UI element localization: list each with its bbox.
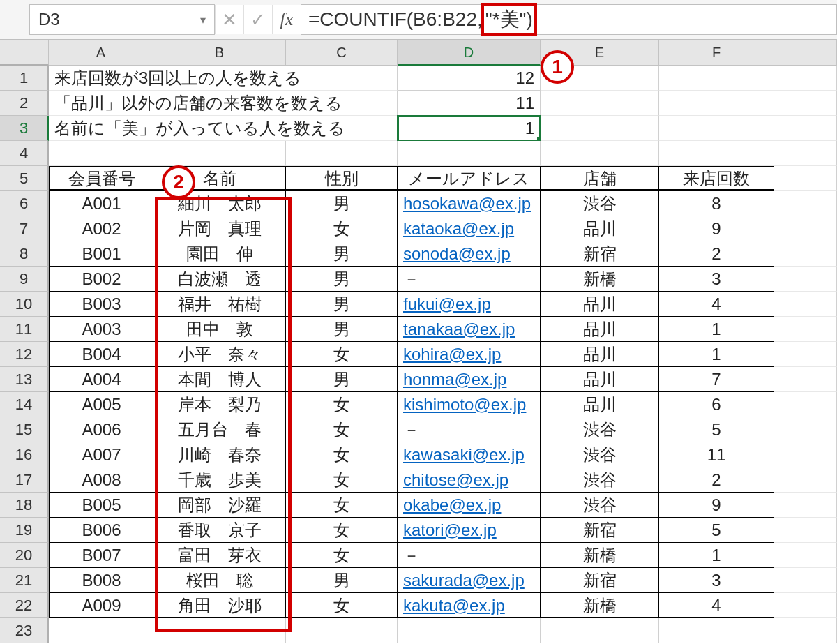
- table-row[interactable]: A001: [49, 191, 153, 216]
- cell-F3[interactable]: [659, 116, 774, 141]
- row-header-5[interactable]: 5: [0, 166, 49, 191]
- cell-count[interactable]: 5: [659, 518, 774, 543]
- row-header-23[interactable]: 23: [0, 618, 49, 643]
- cell-count[interactable]: 7: [659, 367, 774, 392]
- table-row[interactable]: A005: [49, 392, 153, 417]
- table-header-3[interactable]: メールアドレス: [398, 166, 541, 191]
- cell-G6[interactable]: [774, 191, 837, 216]
- cell-sex[interactable]: 男: [286, 241, 398, 267]
- cell-r4-3[interactable]: [398, 141, 541, 166]
- cell-F1[interactable]: [659, 66, 774, 91]
- cell-mail[interactable]: fukui@ex.jp: [398, 292, 541, 317]
- cell-count[interactable]: 9: [659, 493, 774, 518]
- cell-r23-6[interactable]: [774, 618, 837, 643]
- mail-link[interactable]: kohira@ex.jp: [403, 345, 501, 364]
- row-header-10[interactable]: 10: [0, 292, 49, 317]
- chevron-down-icon[interactable]: ▾: [200, 13, 206, 27]
- cell-name[interactable]: 白波瀬 透: [153, 267, 286, 292]
- cell-count[interactable]: 9: [659, 216, 774, 241]
- mail-link[interactable]: okabe@ex.jp: [403, 495, 501, 515]
- table-row[interactable]: A003: [49, 317, 153, 342]
- cell-count[interactable]: 6: [659, 392, 774, 417]
- cell-r23-1[interactable]: [153, 618, 286, 643]
- cell-G1[interactable]: [774, 66, 837, 91]
- col-header-C[interactable]: C: [286, 40, 398, 66]
- table-header-2[interactable]: 性別: [286, 166, 398, 191]
- row-header-4[interactable]: 4: [0, 141, 49, 166]
- cell-store[interactable]: 渋谷: [541, 493, 659, 518]
- cell-name[interactable]: 田中 敦: [153, 317, 286, 342]
- cell-store[interactable]: 品川: [541, 216, 659, 241]
- cell-store[interactable]: 渋谷: [541, 417, 659, 442]
- desc-row-2[interactable]: 「品川」以外の店舗の来客数を数える: [49, 91, 398, 116]
- cell-G17[interactable]: [774, 467, 837, 493]
- cell-name[interactable]: 岸本 梨乃: [153, 392, 286, 417]
- col-header-D[interactable]: D: [398, 40, 541, 66]
- mail-link[interactable]: kataoka@ex.jp: [403, 219, 514, 239]
- cell-r4-6[interactable]: [774, 141, 837, 166]
- row-header-13[interactable]: 13: [0, 367, 49, 392]
- cell-r23-4[interactable]: [541, 618, 659, 643]
- cell-mail[interactable]: －: [398, 417, 541, 442]
- cell-mail[interactable]: sakurada@ex.jp: [398, 568, 541, 593]
- cell-sex[interactable]: 女: [286, 593, 398, 618]
- cell-name[interactable]: 川崎 春奈: [153, 442, 286, 467]
- table-header-0[interactable]: 会員番号: [49, 166, 153, 191]
- cell-G7[interactable]: [774, 216, 837, 241]
- mail-link[interactable]: chitose@ex.jp: [403, 470, 508, 490]
- cell-F2[interactable]: [659, 91, 774, 116]
- table-row[interactable]: A007: [49, 442, 153, 467]
- cell-G11[interactable]: [774, 317, 837, 342]
- cell-sex[interactable]: 男: [286, 267, 398, 292]
- cell-G20[interactable]: [774, 543, 837, 568]
- table-header-5[interactable]: 来店回数: [659, 166, 774, 191]
- mail-link[interactable]: hosokawa@ex.jp: [403, 194, 531, 214]
- cell-mail[interactable]: kohira@ex.jp: [398, 342, 541, 367]
- col-header-A[interactable]: A: [49, 40, 153, 66]
- row-header-21[interactable]: 21: [0, 568, 49, 593]
- cell-count[interactable]: 3: [659, 568, 774, 593]
- cell-sex[interactable]: 男: [286, 568, 398, 593]
- cell-G21[interactable]: [774, 568, 837, 593]
- cell-G8[interactable]: [774, 241, 837, 267]
- cell-mail[interactable]: －: [398, 543, 541, 568]
- cell-G16[interactable]: [774, 442, 837, 467]
- col-header-G[interactable]: [774, 40, 837, 66]
- table-row[interactable]: B002: [49, 267, 153, 292]
- cell-name[interactable]: 桜田 聡: [153, 568, 286, 593]
- cell-D1[interactable]: 12: [398, 66, 541, 91]
- cell-name[interactable]: 小平 奈々: [153, 342, 286, 367]
- cell-mail[interactable]: hosokawa@ex.jp: [398, 191, 541, 216]
- cell-sex[interactable]: 女: [286, 392, 398, 417]
- table-header-4[interactable]: 店舗: [541, 166, 659, 191]
- enter-formula-button[interactable]: ✓: [243, 5, 272, 34]
- cell-r4-5[interactable]: [659, 141, 774, 166]
- mail-link[interactable]: sonoda@ex.jp: [403, 244, 511, 264]
- cell-sex[interactable]: 女: [286, 216, 398, 241]
- cell-name[interactable]: 富田 芽衣: [153, 543, 286, 568]
- cell-r4-1[interactable]: [153, 141, 286, 166]
- cell-G9[interactable]: [774, 267, 837, 292]
- cell-store[interactable]: 新橋: [541, 267, 659, 292]
- cell-name[interactable]: 香取 京子: [153, 518, 286, 543]
- cell-store[interactable]: 渋谷: [541, 467, 659, 493]
- row-header-7[interactable]: 7: [0, 216, 49, 241]
- cell-G18[interactable]: [774, 493, 837, 518]
- formula-input[interactable]: =COUNTIF(B6:B22, "*美"): [301, 4, 837, 35]
- cell-r23-2[interactable]: [286, 618, 398, 643]
- cell-sex[interactable]: 女: [286, 493, 398, 518]
- cell-mail[interactable]: kakuta@ex.jp: [398, 593, 541, 618]
- cell-store[interactable]: 品川: [541, 317, 659, 342]
- cell-name[interactable]: 福井 祐樹: [153, 292, 286, 317]
- cell-name[interactable]: 本間 博人: [153, 367, 286, 392]
- cell-name[interactable]: 千歳 歩美: [153, 467, 286, 493]
- cell-store[interactable]: 渋谷: [541, 442, 659, 467]
- table-row[interactable]: B007: [49, 543, 153, 568]
- cell-sex[interactable]: 女: [286, 342, 398, 367]
- cell-r4-4[interactable]: [541, 141, 659, 166]
- mail-link[interactable]: honma@ex.jp: [403, 370, 506, 389]
- cell-store[interactable]: 新宿: [541, 241, 659, 267]
- col-header-F[interactable]: F: [659, 40, 774, 66]
- cell-store[interactable]: 新宿: [541, 568, 659, 593]
- row-header-19[interactable]: 19: [0, 518, 49, 543]
